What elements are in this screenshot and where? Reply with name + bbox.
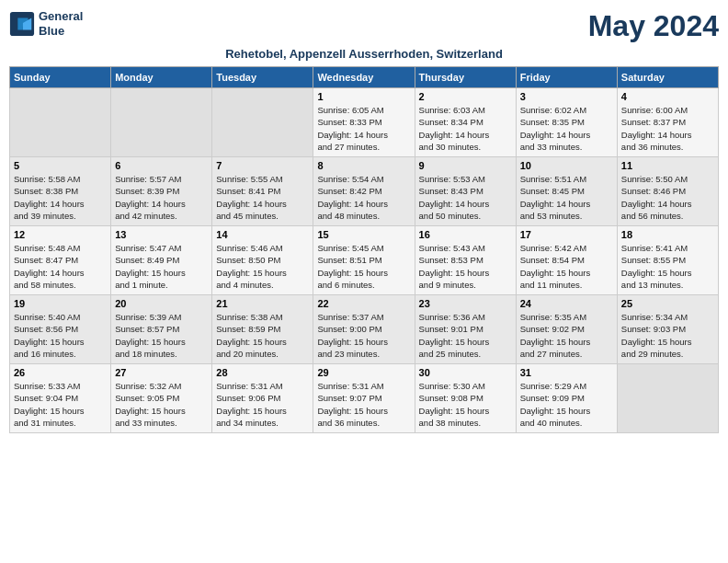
calendar-day-cell: 20Sunrise: 5:39 AMSunset: 8:57 PMDayligh… (111, 295, 212, 364)
calendar-day-cell: 26Sunrise: 5:33 AMSunset: 9:04 PMDayligh… (10, 364, 111, 433)
day-info: Sunrise: 5:34 AMSunset: 9:03 PMDaylight:… (621, 311, 714, 360)
day-info: Sunrise: 5:39 AMSunset: 8:57 PMDaylight:… (115, 311, 208, 360)
day-number: 3 (520, 91, 613, 102)
day-info: Sunrise: 5:38 AMSunset: 8:59 PMDaylight:… (216, 311, 309, 360)
day-number: 17 (520, 229, 613, 240)
day-number: 5 (14, 160, 107, 171)
day-info: Sunrise: 5:31 AMSunset: 9:06 PMDaylight:… (216, 380, 309, 429)
day-info: Sunrise: 6:03 AMSunset: 8:34 PMDaylight:… (419, 104, 512, 153)
day-info: Sunrise: 5:45 AMSunset: 8:51 PMDaylight:… (317, 242, 410, 291)
day-number: 1 (317, 91, 410, 102)
day-number: 21 (216, 298, 309, 309)
calendar-week-row: 19Sunrise: 5:40 AMSunset: 8:56 PMDayligh… (10, 295, 719, 364)
calendar-week-row: 1Sunrise: 6:05 AMSunset: 8:33 PMDaylight… (10, 88, 719, 157)
day-info: Sunrise: 5:43 AMSunset: 8:53 PMDaylight:… (419, 242, 512, 291)
calendar-col-header: Tuesday (212, 67, 313, 88)
day-info: Sunrise: 5:55 AMSunset: 8:41 PMDaylight:… (216, 173, 309, 222)
day-info: Sunrise: 5:51 AMSunset: 8:45 PMDaylight:… (520, 173, 613, 222)
calendar-day-cell: 23Sunrise: 5:36 AMSunset: 9:01 PMDayligh… (415, 295, 516, 364)
day-number: 14 (216, 229, 309, 240)
calendar-day-cell: 9Sunrise: 5:53 AMSunset: 8:43 PMDaylight… (415, 157, 516, 226)
logo-text: General Blue (39, 9, 83, 38)
calendar-day-cell (617, 364, 718, 433)
day-number: 8 (317, 160, 410, 171)
logo-icon (9, 11, 35, 37)
day-number: 16 (419, 229, 512, 240)
day-info: Sunrise: 5:31 AMSunset: 9:07 PMDaylight:… (317, 380, 410, 429)
calendar-day-cell: 30Sunrise: 5:30 AMSunset: 9:08 PMDayligh… (415, 364, 516, 433)
calendar-day-cell: 19Sunrise: 5:40 AMSunset: 8:56 PMDayligh… (10, 295, 111, 364)
day-number: 6 (115, 160, 208, 171)
day-info: Sunrise: 5:53 AMSunset: 8:43 PMDaylight:… (419, 173, 512, 222)
day-number: 11 (621, 160, 714, 171)
day-number: 10 (520, 160, 613, 171)
calendar-day-cell: 10Sunrise: 5:51 AMSunset: 8:45 PMDayligh… (516, 157, 617, 226)
calendar-body: 1Sunrise: 6:05 AMSunset: 8:33 PMDaylight… (10, 88, 719, 433)
calendar-header-row: SundayMondayTuesdayWednesdayThursdayFrid… (10, 67, 719, 88)
day-number: 12 (14, 229, 107, 240)
calendar-day-cell: 8Sunrise: 5:54 AMSunset: 8:42 PMDaylight… (313, 157, 415, 226)
calendar-day-cell: 2Sunrise: 6:03 AMSunset: 8:34 PMDaylight… (415, 88, 516, 157)
calendar-day-cell: 29Sunrise: 5:31 AMSunset: 9:07 PMDayligh… (313, 364, 415, 433)
day-number: 4 (621, 91, 714, 102)
calendar-day-cell: 18Sunrise: 5:41 AMSunset: 8:55 PMDayligh… (617, 226, 718, 295)
calendar-day-cell: 27Sunrise: 5:32 AMSunset: 9:05 PMDayligh… (111, 364, 212, 433)
calendar-table: SundayMondayTuesdayWednesdayThursdayFrid… (9, 66, 719, 433)
calendar-week-row: 5Sunrise: 5:58 AMSunset: 8:38 PMDaylight… (10, 157, 719, 226)
calendar-day-cell: 6Sunrise: 5:57 AMSunset: 8:39 PMDaylight… (111, 157, 212, 226)
day-info: Sunrise: 5:50 AMSunset: 8:46 PMDaylight:… (621, 173, 714, 222)
day-number: 31 (520, 367, 613, 378)
day-number: 28 (216, 367, 309, 378)
calendar-day-cell: 11Sunrise: 5:50 AMSunset: 8:46 PMDayligh… (617, 157, 718, 226)
day-info: Sunrise: 5:42 AMSunset: 8:54 PMDaylight:… (520, 242, 613, 291)
calendar-subtitle: Rehetobel, Appenzell Ausserrhoden, Switz… (9, 47, 719, 61)
day-number: 27 (115, 367, 208, 378)
calendar-col-header: Friday (516, 67, 617, 88)
day-number: 25 (621, 298, 714, 309)
calendar-col-header: Monday (111, 67, 212, 88)
logo: General Blue (9, 9, 83, 38)
calendar-day-cell: 15Sunrise: 5:45 AMSunset: 8:51 PMDayligh… (313, 226, 415, 295)
calendar-day-cell: 17Sunrise: 5:42 AMSunset: 8:54 PMDayligh… (516, 226, 617, 295)
calendar-day-cell (111, 88, 212, 157)
day-number: 26 (14, 367, 107, 378)
day-number: 13 (115, 229, 208, 240)
day-info: Sunrise: 5:46 AMSunset: 8:50 PMDaylight:… (216, 242, 309, 291)
day-info: Sunrise: 5:48 AMSunset: 8:47 PMDaylight:… (14, 242, 107, 291)
day-info: Sunrise: 5:57 AMSunset: 8:39 PMDaylight:… (115, 173, 208, 222)
calendar-day-cell: 12Sunrise: 5:48 AMSunset: 8:47 PMDayligh… (10, 226, 111, 295)
calendar-col-header: Thursday (415, 67, 516, 88)
calendar-day-cell: 7Sunrise: 5:55 AMSunset: 8:41 PMDaylight… (212, 157, 313, 226)
calendar-day-cell: 4Sunrise: 6:00 AMSunset: 8:37 PMDaylight… (617, 88, 718, 157)
calendar-day-cell: 5Sunrise: 5:58 AMSunset: 8:38 PMDaylight… (10, 157, 111, 226)
calendar-week-row: 12Sunrise: 5:48 AMSunset: 8:47 PMDayligh… (10, 226, 719, 295)
calendar-col-header: Wednesday (313, 67, 415, 88)
day-info: Sunrise: 6:00 AMSunset: 8:37 PMDaylight:… (621, 104, 714, 153)
day-number: 2 (419, 91, 512, 102)
calendar-day-cell: 16Sunrise: 5:43 AMSunset: 8:53 PMDayligh… (415, 226, 516, 295)
month-title: May 2024 (588, 9, 719, 43)
day-info: Sunrise: 5:33 AMSunset: 9:04 PMDaylight:… (14, 380, 107, 429)
day-number: 29 (317, 367, 410, 378)
calendar-day-cell: 21Sunrise: 5:38 AMSunset: 8:59 PMDayligh… (212, 295, 313, 364)
calendar-col-header: Saturday (617, 67, 718, 88)
day-number: 30 (419, 367, 512, 378)
calendar-week-row: 26Sunrise: 5:33 AMSunset: 9:04 PMDayligh… (10, 364, 719, 433)
day-number: 24 (520, 298, 613, 309)
day-info: Sunrise: 5:29 AMSunset: 9:09 PMDaylight:… (520, 380, 613, 429)
calendar-day-cell: 1Sunrise: 6:05 AMSunset: 8:33 PMDaylight… (313, 88, 415, 157)
day-info: Sunrise: 5:36 AMSunset: 9:01 PMDaylight:… (419, 311, 512, 360)
day-number: 22 (317, 298, 410, 309)
day-number: 15 (317, 229, 410, 240)
day-info: Sunrise: 5:41 AMSunset: 8:55 PMDaylight:… (621, 242, 714, 291)
day-number: 23 (419, 298, 512, 309)
day-info: Sunrise: 5:40 AMSunset: 8:56 PMDaylight:… (14, 311, 107, 360)
day-info: Sunrise: 5:37 AMSunset: 9:00 PMDaylight:… (317, 311, 410, 360)
day-number: 18 (621, 229, 714, 240)
calendar-day-cell: 24Sunrise: 5:35 AMSunset: 9:02 PMDayligh… (516, 295, 617, 364)
day-number: 20 (115, 298, 208, 309)
day-info: Sunrise: 6:05 AMSunset: 8:33 PMDaylight:… (317, 104, 410, 153)
calendar-day-cell: 22Sunrise: 5:37 AMSunset: 9:00 PMDayligh… (313, 295, 415, 364)
day-info: Sunrise: 5:30 AMSunset: 9:08 PMDaylight:… (419, 380, 512, 429)
calendar-col-header: Sunday (10, 67, 111, 88)
